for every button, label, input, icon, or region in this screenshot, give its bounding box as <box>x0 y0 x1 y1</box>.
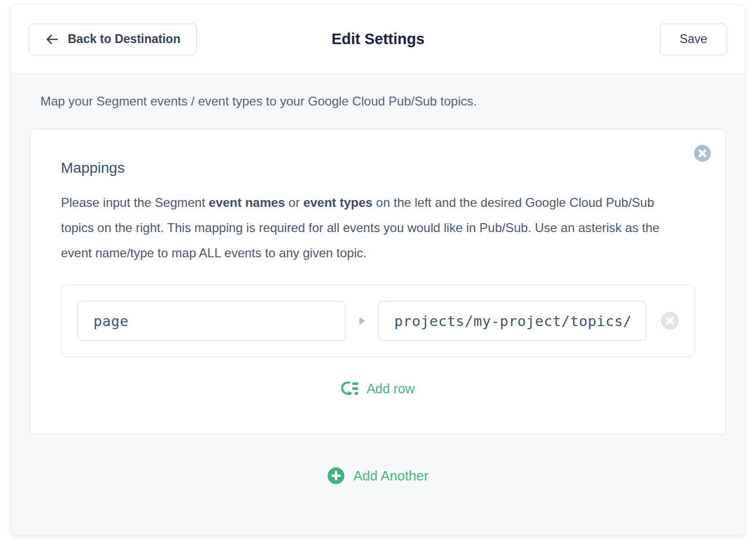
remove-row-button[interactable] <box>661 312 679 330</box>
mappings-card: Mappings Please input the Segment event … <box>30 129 726 435</box>
event-name-input[interactable] <box>77 301 345 341</box>
plus-circle-icon <box>328 467 344 484</box>
card-description-part: Please input the Segment <box>61 195 209 210</box>
back-button-label: Back to Destination <box>68 32 181 46</box>
card-title: Mappings <box>61 160 695 176</box>
header: Edit Settings Back to Destination Save <box>11 5 745 74</box>
add-another-label: Add Another <box>353 468 428 484</box>
save-button[interactable]: Save <box>660 24 727 55</box>
pubsub-topic-input[interactable] <box>378 301 646 341</box>
add-row-button[interactable]: Add row <box>341 381 415 396</box>
arrow-left-icon <box>45 33 59 46</box>
mapping-row <box>61 285 695 357</box>
add-row-label: Add row <box>366 381 415 396</box>
card-description-bold: event names <box>209 195 285 210</box>
settings-body: Map your Segment events / event types to… <box>11 74 745 535</box>
card-description-part: or <box>285 195 303 210</box>
triangle-right-icon <box>345 317 378 325</box>
edit-settings-panel: Edit Settings Back to Destination Save M… <box>10 4 746 536</box>
add-another-button[interactable]: Add Another <box>328 467 428 484</box>
close-icon <box>694 145 711 162</box>
remove-setting-button[interactable] <box>694 145 711 162</box>
back-to-destination-button[interactable]: Back to Destination <box>29 24 197 55</box>
card-description-bold: event types <box>303 195 373 210</box>
card-description: Please input the Segment event names or … <box>61 190 673 266</box>
insert-row-arrow-icon <box>341 382 359 396</box>
close-icon <box>661 312 679 330</box>
intro-text: Map your Segment events / event types to… <box>30 93 726 109</box>
